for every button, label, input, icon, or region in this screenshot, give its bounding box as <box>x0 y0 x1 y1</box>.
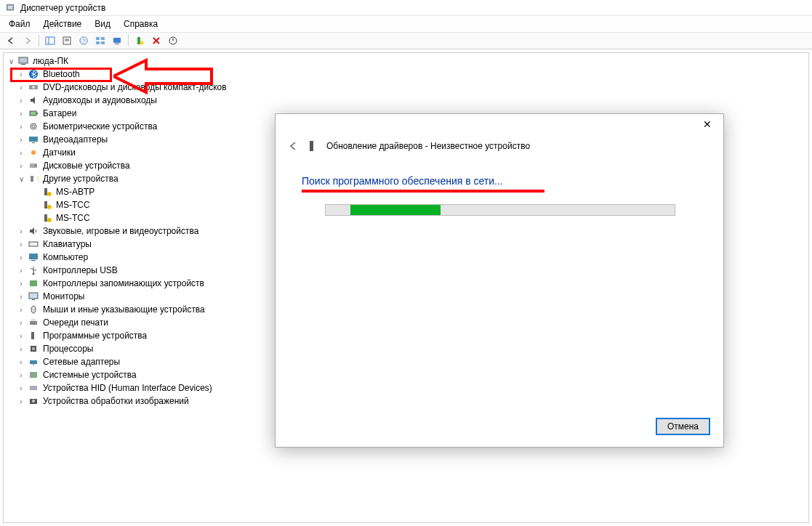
tree-item-label: Батареи <box>41 108 78 118</box>
svg-rect-20 <box>19 57 28 63</box>
view-icons-button[interactable] <box>92 33 108 48</box>
tree-item-dvd[interactable]: › DVD-дисководы и дисководы компакт-диск… <box>4 81 808 94</box>
tree-item-audio-io[interactable]: › Аудиовходы и аудиовыходы <box>4 94 808 107</box>
tree-item-label: Мыши и иные указывающие устройства <box>41 304 206 315</box>
svg-rect-25 <box>30 111 36 116</box>
expander-icon[interactable]: › <box>17 371 25 379</box>
expander-icon[interactable]: ∨ <box>7 57 15 65</box>
expander-icon[interactable]: › <box>17 319 25 327</box>
expander-icon[interactable]: › <box>17 149 25 157</box>
expander-icon[interactable]: › <box>17 280 25 288</box>
menu-file[interactable]: Файл <box>3 17 36 31</box>
mouse-icon <box>28 304 39 315</box>
tree-item-bluetooth[interactable]: › Bluetooth <box>4 68 808 81</box>
properties-button[interactable] <box>59 33 75 48</box>
menubar: Файл Действие Вид Справка <box>0 16 812 32</box>
tree-item-label: Биометрические устройства <box>41 121 158 132</box>
display-adapter-icon <box>28 134 39 145</box>
toolbar-separator <box>128 35 129 46</box>
expander-icon[interactable]: › <box>17 384 25 392</box>
svg-rect-2 <box>46 37 55 44</box>
close-button[interactable]: ✕ <box>691 114 723 134</box>
expander-icon[interactable]: › <box>17 162 25 170</box>
disable-button[interactable] <box>165 33 181 48</box>
dialog-header: Обновление драйверов - Неизвестное устро… <box>276 136 723 161</box>
tree-item-label: MS-TCC <box>55 200 92 210</box>
toolbar-separator <box>39 35 39 46</box>
svg-text:!: ! <box>49 192 49 196</box>
tree-item-label: Устройства обработки изображений <box>41 396 190 406</box>
forward-button[interactable] <box>20 33 36 48</box>
software-device-icon <box>28 330 39 341</box>
update-driver-button[interactable] <box>132 33 148 48</box>
svg-rect-34 <box>31 176 33 182</box>
menu-help[interactable]: Справка <box>118 17 164 31</box>
expander-icon[interactable]: › <box>17 397 25 405</box>
expander-icon[interactable]: › <box>17 358 25 366</box>
tree-item-label: Bluetooth <box>41 69 81 79</box>
show-hide-tree-button[interactable] <box>42 33 58 48</box>
expander-icon[interactable]: › <box>17 345 25 353</box>
expander-icon[interactable]: › <box>17 254 25 262</box>
expander-icon[interactable]: › <box>17 123 25 131</box>
menu-view[interactable]: Вид <box>89 17 116 31</box>
annotation-underline <box>302 190 544 193</box>
svg-rect-15 <box>137 37 140 44</box>
cancel-button[interactable]: Отмена <box>656 418 710 435</box>
expander-icon[interactable]: › <box>17 227 25 235</box>
expander-icon[interactable]: › <box>17 267 25 275</box>
expander-icon[interactable]: › <box>17 70 25 78</box>
expander-icon[interactable]: › <box>17 84 25 92</box>
menu-action[interactable]: Действие <box>38 17 88 31</box>
back-icon[interactable] <box>286 139 300 153</box>
battery-icon <box>28 108 39 119</box>
imaging-icon <box>28 395 39 407</box>
svg-rect-11 <box>96 41 100 44</box>
tree-item-label: Контроллеры запоминающих устройств <box>41 278 206 288</box>
optical-drive-icon <box>28 81 39 93</box>
svg-point-31 <box>31 150 36 155</box>
storage-controller-icon <box>28 278 39 289</box>
computer-icon <box>17 55 29 67</box>
svg-point-24 <box>32 86 35 89</box>
app-icon <box>4 2 16 14</box>
dialog-status-text: Поиск программного обеспечения в сети... <box>302 175 697 187</box>
expander-icon[interactable]: › <box>17 240 25 248</box>
expander-icon[interactable]: › <box>17 110 25 118</box>
expander-icon[interactable]: › <box>17 97 25 105</box>
expander-icon[interactable]: › <box>17 293 25 301</box>
network-icon <box>28 356 39 368</box>
help-button[interactable]: ? <box>76 33 92 48</box>
expander-icon[interactable]: › <box>17 332 25 340</box>
tree-item-label: Сетевые адаптеры <box>41 357 121 367</box>
svg-point-52 <box>31 306 36 313</box>
svg-text:!: ! <box>49 205 49 209</box>
hid-icon <box>28 382 39 394</box>
svg-rect-57 <box>32 347 35 350</box>
progress-bar <box>325 204 675 216</box>
bluetooth-icon <box>28 68 39 80</box>
tree-item-label: Звуковые, игровые и видеоустройства <box>41 226 200 236</box>
tree-root[interactable]: ∨ люда-ПК <box>4 54 808 68</box>
scan-hardware-button[interactable] <box>109 33 125 48</box>
tree-item-label: Клавиатуры <box>41 239 93 249</box>
tree-item-label: Программные устройства <box>41 331 148 341</box>
tree-item-label: MS-ABTP <box>55 187 96 197</box>
svg-point-28 <box>32 125 35 128</box>
svg-point-48 <box>33 273 35 275</box>
svg-text:!: ! <box>49 218 49 222</box>
svg-rect-9 <box>96 37 100 40</box>
back-button[interactable] <box>3 33 19 48</box>
svg-rect-61 <box>30 386 37 390</box>
tree-item-label: Мониторы <box>41 291 86 302</box>
svg-rect-10 <box>101 37 105 40</box>
expander-icon[interactable]: › <box>17 306 25 314</box>
tree-item-label: Системные устройства <box>41 370 138 380</box>
svg-rect-29 <box>29 137 38 142</box>
expander-icon[interactable]: ∨ <box>17 175 25 183</box>
expander-icon[interactable]: › <box>17 136 25 144</box>
svg-rect-30 <box>32 142 35 143</box>
svg-rect-42 <box>44 214 47 222</box>
uninstall-button[interactable] <box>148 33 164 48</box>
svg-rect-46 <box>29 254 38 259</box>
